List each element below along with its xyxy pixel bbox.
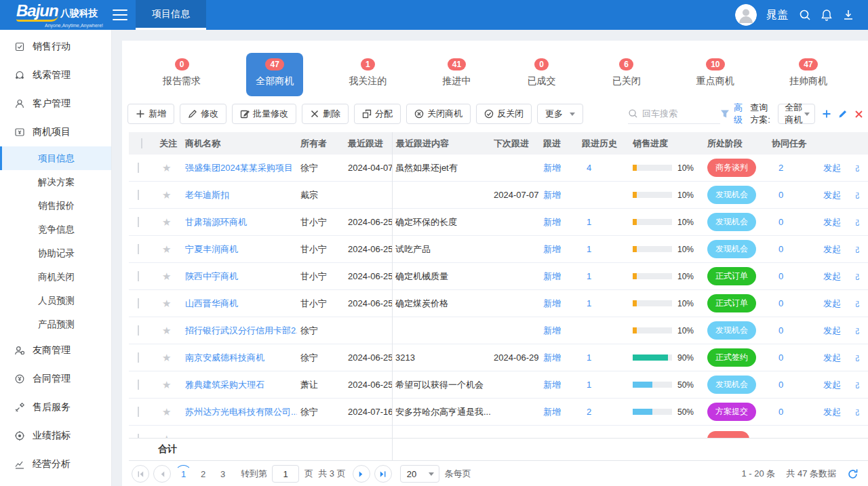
opportunity-name-link[interactable]: 老年迪斯扣 [182,189,297,201]
star-icon[interactable]: ★ [156,352,182,364]
row-checkbox[interactable] [138,325,139,336]
page-number-1[interactable]: 1 [175,465,192,483]
page-number-3[interactable]: 3 [214,465,231,483]
task-count-link[interactable]: 0 [768,352,783,363]
prev-page-button[interactable] [153,465,171,483]
task-count-link[interactable]: 0 [768,407,783,417]
star-icon[interactable]: ★ [156,270,182,283]
star-icon[interactable]: ★ [156,189,182,201]
row-checkbox[interactable] [138,271,139,281]
toolbar-button-8[interactable]: 更多 [537,104,583,124]
funnel-icon[interactable] [720,109,730,119]
menu-toggle-icon[interactable] [113,9,127,20]
add-scheme-icon[interactable] [822,109,831,119]
add-follow-up-link[interactable]: 新增 [543,407,561,417]
star-icon[interactable]: ★ [156,406,182,418]
sidebar-item-7[interactable]: 售后服务 [0,393,111,422]
star-icon[interactable]: ★ [156,433,182,439]
page-number-2[interactable]: 2 [195,465,212,483]
sidebar-item-3[interactable]: 客户管理 [0,89,111,118]
toolbar-button-3[interactable]: 批量修改 [232,104,296,124]
star-icon[interactable]: ★ [156,325,182,337]
star-icon[interactable]: ★ [156,379,182,391]
add-follow-up-link[interactable]: 新增 [543,352,561,363]
follow-history-link[interactable]: 1 [587,244,591,254]
task-count-link[interactable]: 0 [768,380,783,390]
stat-tab-5[interactable]: 0已成交 [517,53,566,96]
opportunity-name-link[interactable]: 山西晋华商机 [182,298,297,310]
opportunity-name-link[interactable]: 南京安威德科技商机 [182,352,297,364]
search-icon[interactable] [799,9,811,21]
refresh-icon[interactable] [847,468,859,480]
task-count-link[interactable]: 0 [768,244,783,254]
sidebar-subitem-6[interactable]: 商机关闭 [0,265,111,289]
toolbar-button-7[interactable]: 反关闭 [476,104,532,124]
opportunity-name-link[interactable]: 陕西中宇商机 [182,270,297,283]
star-icon[interactable]: ★ [156,243,182,256]
initiate-task-link[interactable]: 发起 [823,189,841,201]
add-follow-up-link[interactable]: 新增 [543,244,561,254]
task-count-link[interactable]: 0 [768,298,783,308]
follow-history-link[interactable]: 1 [587,271,591,281]
first-page-button[interactable] [132,465,149,483]
star-icon[interactable]: ★ [156,216,182,228]
initiate-task-link[interactable]: 发起 [823,298,841,310]
row-checkbox[interactable] [138,190,139,200]
edit-scheme-icon[interactable] [838,109,848,119]
sidebar-item-4[interactable]: 商机项目 [0,118,111,146]
sidebar-item-2[interactable]: 线索管理 [0,61,111,89]
task-count-link[interactable]: 0 [768,325,783,336]
follow-history-link[interactable]: 1 [587,217,591,227]
add-follow-up-link[interactable]: 新增 [543,325,561,336]
row-checkbox[interactable] [138,163,139,173]
toolbar-button-6[interactable]: 关闭商机 [406,104,471,124]
opportunity-name-link[interactable]: 苏州达方光电科技有限公司... [182,406,297,418]
initiate-task-link[interactable]: 发起 [823,162,841,174]
toolbar-button-1[interactable]: 新增 [127,104,174,124]
stat-tab-1[interactable]: 0报告需求 [153,53,210,96]
row-checkbox[interactable] [138,380,139,390]
row-checkbox[interactable] [138,217,139,227]
opportunity-name-link[interactable]: 甘肃瑞源环商机 [182,216,297,228]
goto-page-input[interactable] [272,465,299,483]
add-follow-up-link[interactable]: 新增 [543,217,561,227]
opportunity-name-link[interactable]: 雅典建筑采购大理石 [182,379,297,391]
initiate-task-link[interactable]: 发起 [823,406,841,418]
opportunity-name-link[interactable]: 招行银行武汉分行信用卡部2... [182,325,297,337]
sidebar-subitem-7[interactable]: 人员预测 [0,289,111,312]
last-page-button[interactable] [374,465,392,483]
opportunity-name-link[interactable]: 强盛集团2024某某采购项目 [182,162,297,174]
task-count-link[interactable]: 0 [768,271,783,281]
initiate-task-link[interactable]: 发起 [823,379,841,391]
opportunity-name-link[interactable]: 宁夏丰润商机 [182,243,297,256]
initiate-task-link[interactable]: 发起 [823,216,841,228]
select-all-checkbox[interactable] [141,138,142,148]
add-follow-up-link[interactable]: 新增 [543,271,561,281]
sidebar-subitem-3[interactable]: 销售报价 [0,194,111,218]
toolbar-button-5[interactable]: 分配 [354,104,401,124]
stat-tab-4[interactable]: 41推进中 [432,53,481,96]
sidebar-subitem-1[interactable]: 项目信息 [0,146,111,170]
row-checkbox[interactable] [138,352,139,363]
stat-tab-6[interactable]: 6已关闭 [602,53,651,96]
initiate-task-link[interactable]: 发起 [823,270,841,283]
toolbar-button-4[interactable]: 删除 [302,104,349,124]
sidebar-item-9[interactable]: 经营分析 [0,450,111,479]
user-avatar[interactable] [735,4,757,26]
stat-tab-7[interactable]: 10重点商机 [687,53,744,96]
delete-scheme-icon[interactable] [854,110,863,119]
follow-history-link[interactable]: 1 [587,298,591,308]
page-size-select[interactable]: 20 [400,465,439,483]
toolbar-button-2[interactable]: 修改 [180,104,226,124]
sidebar-subitem-4[interactable]: 竞争信息 [0,218,111,241]
row-checkbox[interactable] [138,244,139,254]
sidebar-item-6[interactable]: 合同管理 [0,365,111,393]
sidebar-subitem-2[interactable]: 解决方案 [0,170,111,194]
initiate-task-link[interactable]: 发起 [823,243,841,256]
row-checkbox[interactable] [138,298,139,308]
follow-history-link[interactable]: 2 [587,407,591,417]
initiate-task-link[interactable]: 发起 [823,352,841,364]
sidebar-item-5[interactable]: 友商管理 [0,336,111,365]
row-checkbox[interactable] [138,434,139,438]
sidebar-item-1[interactable]: 销售行动 [0,33,111,61]
